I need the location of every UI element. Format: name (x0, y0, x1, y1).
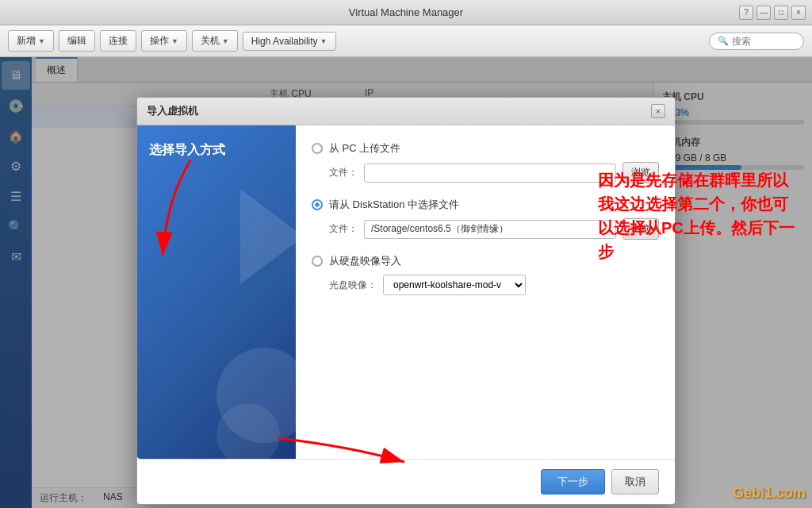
cancel-button[interactable]: 取消 (611, 469, 659, 495)
edit-button[interactable]: 编辑 (59, 30, 95, 52)
disk-label: 光盘映像： (329, 279, 377, 292)
file-label-ds: 文件： (329, 222, 358, 236)
radio-select-ds[interactable] (312, 199, 323, 210)
connect-button[interactable]: 连接 (100, 30, 136, 52)
new-button[interactable]: 新增 ▼ (8, 30, 54, 52)
window-controls: ? — □ × (739, 6, 806, 20)
maximize-button[interactable]: □ (774, 6, 788, 20)
minimize-button[interactable]: — (756, 6, 771, 20)
file-input-upload[interactable] (364, 164, 616, 183)
ha-dropdown-arrow: ▼ (320, 37, 327, 45)
annotation-text: 因为是先存储在群晖里所以我这边选择第二个，你也可以选择从PC上传。然后下一步 (598, 168, 796, 264)
dialog-footer: 下一步 取消 (137, 459, 675, 504)
action-button[interactable]: 操作 ▼ (141, 30, 187, 52)
shutdown-dropdown-arrow: ▼ (222, 37, 229, 45)
dialog-decoration-poly (240, 189, 296, 284)
disk-image-row: 光盘映像： openwrt-koolshare-mod-v (312, 275, 659, 295)
watermark: Gebi1.com (733, 485, 806, 502)
help-button[interactable]: ? (739, 6, 753, 20)
label-upload-pc: 从 PC 上传文件 (329, 141, 400, 156)
dialog-left-panel: 选择导入方式 (137, 125, 296, 459)
dialog-title: 导入虚拟机 (147, 104, 198, 118)
file-input-ds[interactable] (364, 220, 616, 239)
radio-upload-pc[interactable] (312, 143, 323, 154)
dialog-decoration-2 (216, 403, 280, 459)
new-dropdown-arrow: ▼ (38, 37, 45, 45)
radio-disk-image[interactable] (312, 256, 323, 267)
shutdown-button[interactable]: 关机 ▼ (192, 30, 238, 52)
label-disk-image: 从硬盘映像导入 (329, 254, 401, 268)
next-button[interactable]: 下一步 (541, 469, 605, 495)
disk-image-select[interactable]: openwrt-koolshare-mod-v (383, 275, 526, 295)
dialog-left-title: 选择导入方式 (149, 141, 284, 159)
dialog-close-button[interactable]: × (651, 104, 665, 118)
app-title: Virtual Machine Manager (349, 6, 463, 18)
title-bar: Virtual Machine Manager ? — □ × (0, 0, 812, 25)
dialog-body: 选择导入方式 从 PC 上传文件 文件： 浏览 (137, 125, 675, 459)
file-label-upload: 文件： (329, 166, 358, 179)
ha-button[interactable]: High Availability ▼ (243, 32, 336, 51)
search-input[interactable] (732, 36, 795, 47)
action-dropdown-arrow: ▼ (171, 37, 178, 45)
search-box[interactable]: 🔍 (709, 33, 804, 50)
import-dialog: 导入虚拟机 × 选择导入方式 从 PC 上传文件 (136, 97, 676, 505)
radio-row-upload-pc[interactable]: 从 PC 上传文件 (312, 141, 659, 156)
search-icon: 🔍 (718, 36, 729, 46)
dialog-titlebar: 导入虚拟机 × (137, 98, 675, 125)
toolbar: 新增 ▼ 编辑 连接 操作 ▼ 关机 ▼ High Availability ▼… (0, 25, 812, 57)
label-select-ds: 请从 DiskStation 中选择文件 (329, 198, 459, 212)
close-button[interactable]: × (791, 6, 806, 20)
